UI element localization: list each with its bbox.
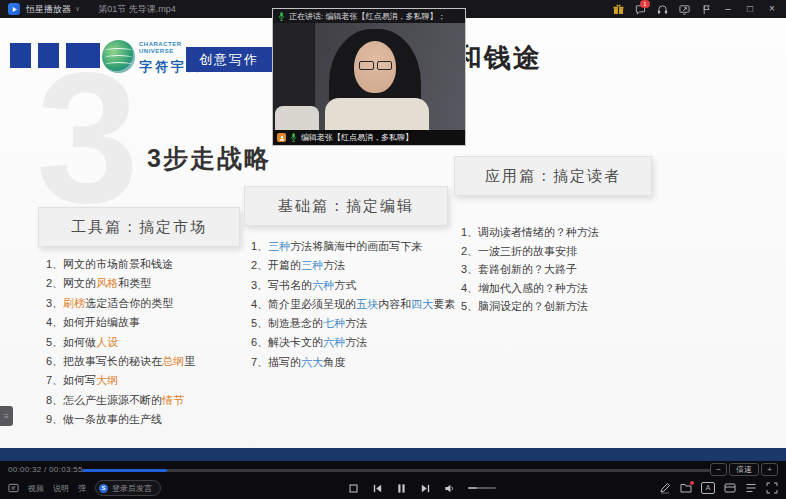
feedback-flag-icon[interactable] xyxy=(700,3,712,15)
list-item: 3、套路创新的？大路子 xyxy=(461,260,659,279)
transport-controls xyxy=(348,477,496,499)
app-name[interactable]: 恒星播放器 xyxy=(26,3,71,16)
section-list: 1、三种方法将脑海中的画面写下来2、开篇的三种方法3、写书名的六种方式4、简介里… xyxy=(251,237,459,372)
folder-icon[interactable] xyxy=(680,482,692,494)
list-item: 7、如何写大纲 xyxy=(46,371,248,390)
fullscreen-icon[interactable] xyxy=(766,482,778,494)
side-panel-toggle[interactable]: ≡ xyxy=(0,406,13,426)
chevron-down-icon[interactable]: ∨ xyxy=(75,5,80,13)
person-badge-icon xyxy=(277,133,286,142)
section-title-box: 工具篇：搞定市场 xyxy=(38,207,240,247)
section-tools: 工具篇：搞定市场 1、网文的市场前景和钱途2、网文的风格和类型3、刷榜选定适合你… xyxy=(38,207,248,430)
course-banner: 创意写作 xyxy=(186,47,272,72)
webcam-name-bar: 编辑老张【红点易消，多私聊】 xyxy=(273,130,465,145)
section-basics: 基础篇：搞定编辑 1、三种方法将脑海中的画面写下来2、开篇的三种方法3、写书名的… xyxy=(244,186,459,372)
speed-increase-button[interactable]: + xyxy=(761,463,778,476)
speed-control: − 倍速 + xyxy=(710,463,778,476)
screenshot-edit-icon[interactable] xyxy=(659,482,671,494)
list-item: 1、调动读者情绪的？种方法 xyxy=(461,223,659,242)
titlebar-actions: 1 – □ × xyxy=(612,0,778,18)
section-list: 1、网文的市场前景和钱途2、网文的风格和类型3、刷榜选定适合你的类型4、如何开始… xyxy=(46,255,248,430)
list-item: 5、脑洞设定的？创新方法 xyxy=(461,297,659,316)
list-item: 1、网文的市场前景和钱途 xyxy=(46,255,248,274)
list-item: 9、做一条故事的生产线 xyxy=(46,410,248,429)
next-button[interactable] xyxy=(420,483,431,494)
previous-button[interactable] xyxy=(372,483,383,494)
list-item: 4、增加代入感的？种方法 xyxy=(461,279,659,298)
speaking-label: 正在讲话: 编辑老张【红点易消，多私聊】； xyxy=(289,11,445,22)
list-item: 7、描写的六大角度 xyxy=(251,353,459,372)
file-name: 第01节 先导课.mp4 xyxy=(98,3,176,16)
webcam-overlay[interactable]: 正在讲话: 编辑老张【红点易消，多私聊】； 编辑老张【红点易消，多私聊】 xyxy=(272,8,466,146)
subtitle-icon[interactable]: A xyxy=(701,482,715,494)
list-item: 5、如何做人设 xyxy=(46,333,248,352)
menu-icon: ≡ xyxy=(4,412,9,421)
minimize-button[interactable]: – xyxy=(722,0,734,18)
webcam-video xyxy=(273,23,465,130)
notification-badge: 1 xyxy=(640,0,650,8)
list-item: 6、把故事写长的秘诀在总纲里 xyxy=(46,352,248,371)
danmaku-label-video[interactable]: 视频 xyxy=(28,483,44,494)
list-item: 3、刷榜选定适合你的类型 xyxy=(46,294,248,313)
section-title: 工具篇：搞定市场 xyxy=(71,218,207,237)
brand-globe-icon xyxy=(102,40,135,73)
folder-alert-dot xyxy=(690,481,694,485)
list-item: 3、写书名的六种方式 xyxy=(251,276,459,295)
section-title: 应用篇：搞定读者 xyxy=(485,167,621,186)
progress-bar[interactable] xyxy=(82,469,710,472)
participant-name: 编辑老张【红点易消，多私聊】 xyxy=(301,132,413,143)
section-application: 应用篇：搞定读者 1、调动读者情绪的？种方法2、一波三折的故事安排3、套路创新的… xyxy=(454,156,659,316)
list-item: 1、三种方法将脑海中的画面写下来 xyxy=(251,237,459,256)
list-item: 6、解决卡文的六种方法 xyxy=(251,333,459,352)
playbox-icon[interactable] xyxy=(724,482,736,494)
progress-fill xyxy=(82,469,167,472)
speed-label-button[interactable]: 倍速 xyxy=(729,463,759,476)
decor-rect-2 xyxy=(38,43,59,68)
decor-rect-3 xyxy=(66,43,100,68)
gift-icon[interactable] xyxy=(612,3,624,15)
screencast-icon[interactable] xyxy=(678,3,690,15)
background-bedding xyxy=(275,106,319,130)
danmaku-label-info[interactable]: 说明 xyxy=(53,483,69,494)
slide-heading: 3步走战略 xyxy=(147,142,271,175)
partial-lesson-title: 和钱途 xyxy=(455,40,542,76)
maximize-button[interactable]: □ xyxy=(744,0,756,18)
section-title-box: 基础篇：搞定编辑 xyxy=(244,186,448,226)
decor-rect-1 xyxy=(10,43,31,68)
watermark-number: 3 xyxy=(36,46,139,231)
danmaku-input-placeholder: 登录后发言 xyxy=(112,483,152,494)
stop-button[interactable] xyxy=(348,483,359,494)
list-item: 2、一波三折的故事安排 xyxy=(461,242,659,261)
display-icon[interactable] xyxy=(8,483,19,493)
section-list: 1、调动读者情绪的？种方法2、一波三折的故事安排3、套路创新的？大路子4、增加代… xyxy=(461,223,659,316)
list-item: 8、怎么产生源源不断的情节 xyxy=(46,391,248,410)
list-item: 5、制造悬念的七种方法 xyxy=(251,314,459,333)
danmaku-toggle[interactable]: 弹 xyxy=(78,483,86,494)
microphone-icon xyxy=(290,133,297,142)
section-title-box: 应用篇：搞定读者 xyxy=(454,156,652,196)
person-glasses xyxy=(359,61,392,70)
speaking-indicator-bar: 正在讲话: 编辑老张【红点易消，多私聊】； xyxy=(273,9,465,23)
section-title: 基础篇：搞定编辑 xyxy=(278,197,414,216)
messages-icon[interactable]: 1 xyxy=(634,3,646,15)
pause-button[interactable] xyxy=(396,483,407,494)
slide-footer-bar xyxy=(0,448,786,461)
close-button[interactable]: × xyxy=(766,0,778,18)
microphone-icon xyxy=(278,12,285,21)
list-item: 4、简介里必须呈现的五块内容和四大要素 xyxy=(251,295,459,314)
person-shirt xyxy=(325,98,429,130)
playlist-icon[interactable] xyxy=(745,482,757,494)
danmaku-input[interactable]: S 登录后发言 xyxy=(95,480,161,496)
player-tools: A xyxy=(659,477,778,499)
brand-name-en: CHARACTER UNIVERSE xyxy=(139,41,182,55)
control-bar-row2: 视频 说明 弹 S 登录后发言 xyxy=(0,477,786,499)
headset-icon[interactable] xyxy=(656,3,668,15)
list-item: 2、开篇的三种方法 xyxy=(251,256,459,275)
control-bar: 00:00:32 / 00:03:55 − 倍速 + 视频 说明 弹 S 登录后… xyxy=(0,461,786,499)
list-item: 4、如何开始编故事 xyxy=(46,313,248,332)
app-mini-logo: S xyxy=(99,484,108,493)
speed-decrease-button[interactable]: − xyxy=(710,463,727,476)
volume-slider[interactable] xyxy=(468,487,496,489)
app-logo-icon[interactable] xyxy=(8,3,20,15)
volume-icon[interactable] xyxy=(444,483,455,494)
